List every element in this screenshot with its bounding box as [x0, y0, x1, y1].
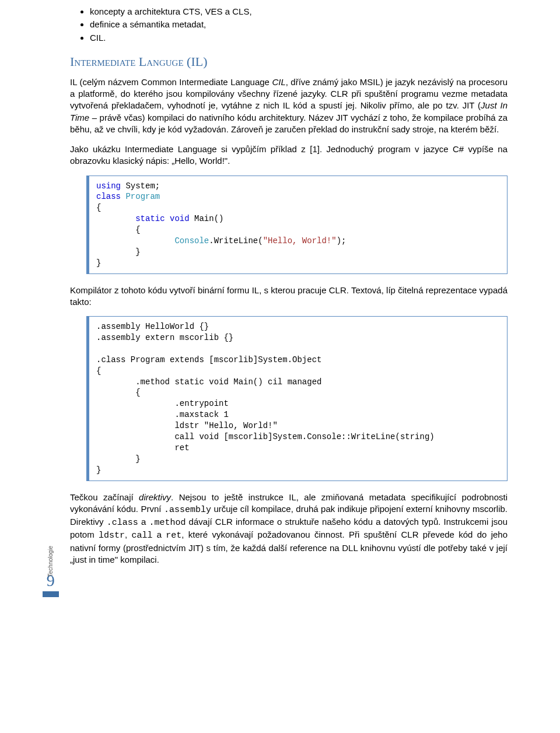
code-block-il: .assembly HelloWorld {} .assembly extern…: [86, 316, 508, 481]
text-emphasis: direktivy: [139, 492, 171, 502]
code-inline: .class: [107, 518, 138, 528]
code-line: .entrypoint: [96, 399, 229, 408]
code-text: }: [96, 247, 141, 257]
code-type: Program: [125, 192, 160, 201]
bullet-list: koncepty a architektura CTS, VES a CLS, …: [70, 6, 508, 44]
code-line: }: [96, 454, 141, 464]
code-keyword: static: [135, 214, 164, 223]
text-run: ,: [125, 529, 131, 539]
text-run: a: [138, 517, 149, 527]
text-emphasis: CIL: [272, 77, 285, 87]
text-run: Tečkou začínají: [70, 492, 139, 502]
list-item: koncepty a architektura CTS, VES a CLS,: [90, 6, 508, 17]
code-text: .WriteLine(: [209, 236, 262, 245]
footer-section-label: Technologie: [47, 546, 54, 577]
code-text: [96, 214, 135, 223]
text-run: – právě včas) kompilaci do nativního kód…: [70, 113, 508, 134]
code-text: [165, 214, 170, 223]
code-text: System;: [121, 181, 160, 191]
code-line: {: [96, 388, 141, 397]
paragraph-intro: IL (celým názvem Common Intermediate Lan…: [70, 76, 508, 135]
code-type: Console: [174, 236, 209, 245]
code-block-csharp: using System; class Program { static voi…: [86, 176, 508, 274]
code-line: ldstr "Hello, World!": [96, 421, 278, 430]
code-string: "Hello, World!": [263, 236, 337, 245]
code-line: .assembly extern mscorlib {}: [96, 333, 233, 342]
list-item: CIL.: [90, 32, 508, 44]
code-line: .method static void Main() cil managed: [96, 377, 321, 387]
code-keyword: class: [96, 192, 121, 201]
code-line: .class Program extends [mscorlib]System.…: [96, 355, 321, 364]
code-inline: ret: [166, 531, 181, 541]
footer-accent-bar: [43, 591, 59, 597]
code-text: {: [96, 225, 141, 234]
list-item: definice a sémantika metadat,: [90, 19, 508, 30]
code-text: [96, 236, 174, 245]
text-run: a: [152, 529, 166, 539]
code-text: );: [337, 236, 346, 245]
paragraph-directives: Tečkou začínají direktivy. Nejsou to ješ…: [70, 492, 508, 566]
code-inline: .method: [149, 518, 186, 528]
code-text: }: [96, 258, 101, 268]
code-line: .assembly HelloWorld {}: [96, 322, 209, 331]
page-footer: Technologie 9: [35, 558, 67, 597]
text-run: IL (celým názvem Common Intermediate Lan…: [70, 77, 272, 87]
code-inline: .assembly: [164, 505, 211, 515]
code-line: .maxstack 1: [96, 410, 229, 419]
code-text: Main(): [190, 214, 224, 223]
code-inline: call: [131, 531, 152, 541]
code-line: }: [96, 465, 101, 475]
code-keyword: void: [170, 214, 190, 223]
paragraph-il-intro: Kompilátor z tohoto kódu vytvoří binární…: [70, 285, 508, 308]
code-keyword: using: [96, 181, 121, 191]
code-line: call void [mscorlib]System.Console::Writ…: [96, 432, 435, 441]
paragraph-example-intro: Jako ukázku Intermediate Language si vyp…: [70, 143, 508, 167]
section-heading: Intermediate Languge (IL): [70, 54, 508, 69]
code-text: {: [96, 203, 101, 212]
code-inline: ldstr: [99, 531, 125, 541]
code-line: ret: [96, 443, 190, 453]
code-line: {: [96, 366, 101, 376]
